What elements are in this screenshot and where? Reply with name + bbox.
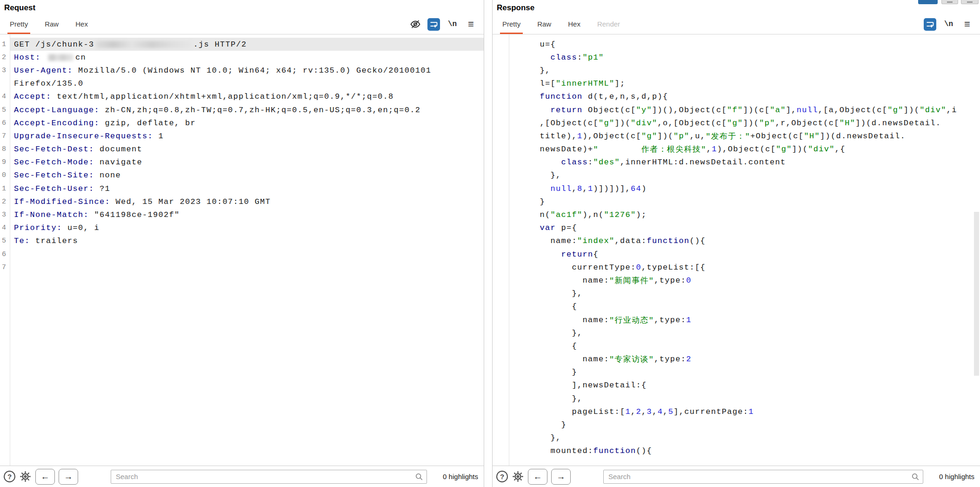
line-number <box>493 116 509 129</box>
line-number: 2 <box>0 51 10 64</box>
line-number <box>0 77 10 90</box>
line-number <box>493 287 509 300</box>
code-line: 3If-None-Match: "641198ce-1902f" <box>0 208 484 221</box>
code-line: ],newsDetail:{ <box>493 379 980 392</box>
line-number <box>493 222 509 235</box>
line-number <box>493 326 509 339</box>
response-editor[interactable]: u={ class:"p1" }, l=["innerHTML"]; funct… <box>493 34 980 466</box>
layout-button[interactable] <box>961 0 979 4</box>
code-line: ,[Object(c["g"])("div",o,[Object(c["g"])… <box>493 116 980 129</box>
code-line: n("ac1f"),n("1276"); <box>493 208 980 221</box>
line-number <box>493 261 509 274</box>
request-tabbar: Pretty Raw Hex <box>0 14 484 34</box>
code-line: }, <box>493 392 980 405</box>
line-number <box>493 64 509 77</box>
line-number: 8 <box>0 143 10 156</box>
redacted-text <box>48 54 73 61</box>
help-icon[interactable]: ? <box>4 471 15 482</box>
line-number: 5 <box>0 103 10 116</box>
code-line: class:"p1" <box>493 51 980 64</box>
response-footer: ? ← → 0 highlights <box>493 466 980 487</box>
code-line: }, <box>493 432 980 445</box>
line-number: 1 <box>0 182 10 195</box>
newline-toggle-button[interactable]: \n <box>446 18 459 31</box>
line-number <box>493 77 509 90</box>
line-number <box>493 129 509 142</box>
code-line: }, <box>493 64 980 77</box>
code-line: pageList:[1,2,3,4,5],currentPage:1 <box>493 405 980 418</box>
line-number: 7 <box>0 129 10 142</box>
line-number <box>493 313 509 326</box>
line-number <box>493 353 509 366</box>
tab-render: Render <box>595 14 622 34</box>
hide-content-button[interactable] <box>409 18 421 31</box>
editor-menu-button[interactable]: ≡ <box>961 18 973 31</box>
tab-raw[interactable]: Raw <box>535 14 553 34</box>
search-previous-button[interactable]: ← <box>35 469 55 485</box>
search-previous-button[interactable]: ← <box>528 469 547 485</box>
code-line: 6 <box>0 248 484 261</box>
code-line: return Object(c["y"])(),Object(c["f"])(c… <box>493 103 980 116</box>
response-search-input[interactable] <box>603 470 923 484</box>
code-line: 8Sec-Fetch-Dest: document <box>0 143 484 156</box>
line-number: 3 <box>0 64 10 77</box>
line-number: 6 <box>0 248 10 261</box>
tab-pretty[interactable]: Pretty <box>500 14 523 34</box>
request-panel: Request Pretty Raw Hex <box>0 0 484 487</box>
code-line: 4Priority: u=0, i <box>0 222 484 235</box>
line-number: 4 <box>0 90 10 103</box>
line-number <box>493 339 509 352</box>
layout-button-active[interactable] <box>918 0 938 4</box>
code-line: 9Sec-Fetch-Mode: navigate <box>0 156 484 169</box>
code-line: } <box>493 418 980 431</box>
tab-hex[interactable]: Hex <box>566 14 583 34</box>
code-line: var p={ <box>493 222 980 235</box>
response-highlights-count: 0 highlights <box>939 473 974 480</box>
request-editor[interactable]: 1GET /js/chunk-3.js HTTP/22Host: cn3User… <box>0 34 484 466</box>
line-number: 6 <box>0 116 10 129</box>
line-number: 2 <box>0 195 10 208</box>
code-line: 6Accept-Encoding: gzip, deflate, br <box>0 116 484 129</box>
code-line: { <box>493 300 980 313</box>
code-line: name:"行业动态",type:1 <box>493 313 980 326</box>
word-wrap-toggle-button[interactable] <box>427 18 440 31</box>
search-magnifier-icon <box>911 473 920 481</box>
line-number <box>493 432 509 445</box>
line-number <box>493 418 509 431</box>
code-line: 5Te: trailers <box>0 235 484 248</box>
line-number <box>493 248 509 261</box>
line-number <box>493 195 509 208</box>
code-line: null,8,1)])])],64) <box>493 182 980 195</box>
hamburger-menu-icon: ≡ <box>468 19 474 29</box>
tab-hex[interactable]: Hex <box>73 14 90 34</box>
request-search-input[interactable] <box>111 470 427 484</box>
word-wrap-icon <box>925 20 935 29</box>
code-line: mounted:function(){ <box>493 445 980 458</box>
newline-toggle-button[interactable]: \n <box>942 18 955 31</box>
tab-pretty[interactable]: Pretty <box>7 14 30 34</box>
line-number <box>493 182 509 195</box>
code-line: 4Accept: text/html,application/xhtml+xml… <box>0 90 484 103</box>
settings-gear-icon[interactable] <box>512 470 524 483</box>
code-line: title),1),Object(c["g"])("p",u,"发布于："+Ob… <box>493 129 980 142</box>
settings-gear-icon[interactable] <box>19 470 32 483</box>
eye-slash-icon <box>410 19 421 30</box>
response-scrollbar-thumb[interactable] <box>974 212 979 376</box>
line-number <box>493 445 509 458</box>
newline-icon: \n <box>944 20 953 28</box>
search-next-button[interactable]: → <box>59 469 78 485</box>
search-next-button[interactable]: → <box>551 469 571 485</box>
code-line: }, <box>493 287 980 300</box>
editor-menu-button[interactable]: ≡ <box>465 18 477 31</box>
line-number <box>493 379 509 392</box>
code-line: } <box>493 366 980 379</box>
code-line: 1GET /js/chunk-3.js HTTP/2 <box>0 38 484 51</box>
code-line: currentType:0,typeList:[{ <box>493 261 980 274</box>
code-line: }, <box>493 169 980 182</box>
help-icon[interactable]: ? <box>496 471 508 482</box>
layout-button[interactable] <box>941 0 958 4</box>
word-wrap-toggle-button[interactable] <box>924 18 936 31</box>
tab-raw[interactable]: Raw <box>42 14 61 34</box>
line-number: 0 <box>0 169 10 182</box>
request-title: Request <box>4 3 35 13</box>
